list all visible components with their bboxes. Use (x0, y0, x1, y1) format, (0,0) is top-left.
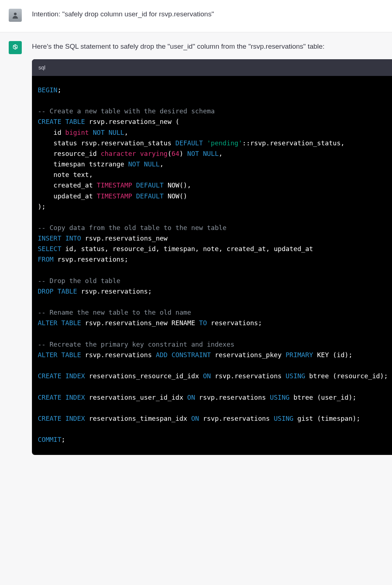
user-message-text: Intention: "safely drop column user_id f… (32, 9, 383, 22)
assistant-message-body: Here's the SQL statement to safely drop … (32, 41, 392, 455)
assistant-intro-text: Here's the SQL statement to safely drop … (32, 41, 392, 52)
ai-logo-icon (11, 44, 19, 52)
code-block: sql Copy code BEGIN; -- Create a new tab… (32, 59, 392, 455)
code-content: BEGIN; -- Create a new table with the de… (32, 76, 392, 455)
code-block-header: sql Copy code (32, 59, 392, 76)
assistant-avatar (9, 41, 22, 54)
user-message-row: Intention: "safely drop column user_id f… (0, 0, 392, 32)
assistant-message-row: Here's the SQL statement to safely drop … (0, 32, 392, 465)
code-language-label: sql (38, 63, 45, 72)
code-scroll-area[interactable]: BEGIN; -- Create a new table with the de… (32, 76, 392, 455)
svg-point-0 (14, 13, 16, 15)
user-avatar (9, 9, 22, 22)
person-icon (11, 11, 19, 19)
